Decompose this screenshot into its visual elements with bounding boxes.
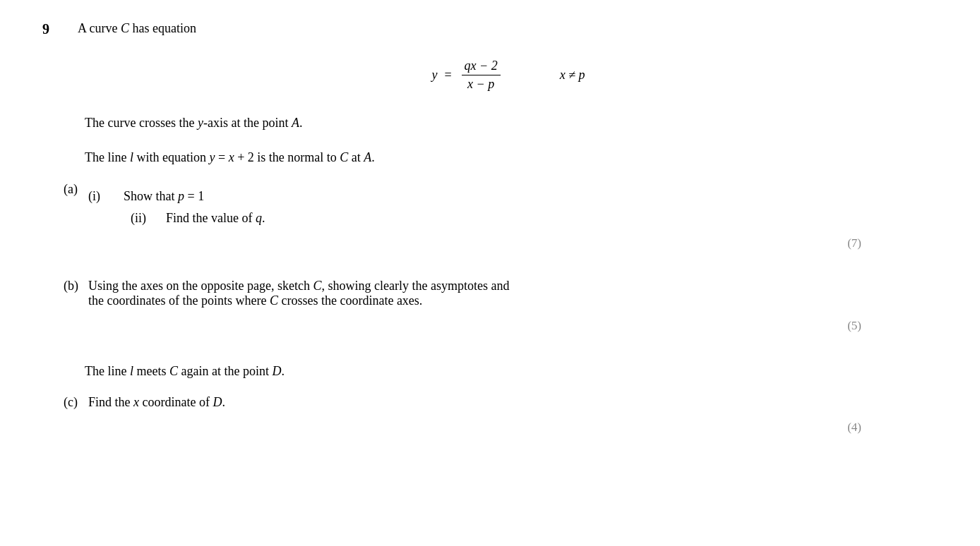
marks-a-row: (7)	[42, 229, 932, 265]
numerator: qx − 2	[462, 59, 501, 75]
marks-c: (4)	[847, 420, 861, 435]
sub-part-ii-row: (ii) Find the value of q.	[131, 211, 932, 226]
line-eq-rhs: x	[229, 150, 234, 164]
part-a-content: (i) Show that p = 1 (ii) Find the value …	[88, 182, 932, 226]
point-a-2: A	[364, 150, 371, 164]
line-var-1: l	[130, 150, 133, 164]
paragraph-1: The curve crosses the y-axis at the poin…	[85, 113, 932, 133]
curve-var-b2: C	[270, 293, 278, 308]
question-header: 9 A curve C has equation	[42, 21, 932, 37]
y-axis-label: y	[198, 116, 203, 130]
line-equation: y	[209, 150, 215, 164]
fraction: qx − 2 x − p	[462, 59, 501, 92]
equals-sign: =	[444, 68, 451, 83]
marks-b: (5)	[847, 319, 861, 333]
paragraph-3: The line l meets C again at the point D.	[85, 361, 932, 382]
sub-ii-text: Find the value of q.	[166, 211, 265, 226]
sub-i-text: Show that p = 1	[124, 189, 204, 204]
line-var-2: l	[130, 364, 133, 378]
part-b-row: (b) Using the axes on the opposite page,…	[64, 279, 932, 308]
paragraph-2: The line l with equation y = x + 2 is th…	[85, 147, 932, 168]
curve-var-intro: C	[121, 21, 129, 35]
part-c-label: (c)	[64, 395, 88, 410]
question-number: 9	[42, 21, 64, 37]
sub-part-i-row: (i) Show that p = 1	[88, 189, 932, 204]
curve-var-2: C	[340, 150, 348, 164]
part-b-text2: the coordinates of the points where C cr…	[88, 293, 422, 308]
point-d: D	[272, 364, 281, 378]
point-d-c: D	[213, 395, 222, 409]
curve-var-3: C	[169, 364, 178, 378]
y-var: y	[431, 68, 437, 83]
marks-c-row: (4)	[42, 413, 932, 449]
curve-var-b: C	[313, 279, 321, 293]
constraint: x ≠ p	[560, 68, 585, 83]
part-b-text: Using the axes on the opposite page, ske…	[88, 279, 509, 293]
part-c: (c) Find the x coordinate of D.	[64, 395, 932, 410]
page-container: 9 A curve C has equation y = qx − 2 x − …	[28, 14, 946, 466]
equation-block: y = qx − 2 x − p x ≠ p	[85, 59, 932, 92]
part-a-label: (a)	[64, 182, 88, 197]
sub-part-i: (i) Show that p = 1	[88, 189, 932, 204]
point-a-1: A	[292, 116, 299, 130]
part-b-content: Using the axes on the opposite page, ske…	[88, 279, 932, 308]
part-c-row: (c) Find the x coordinate of D.	[64, 395, 932, 410]
sub-part-ii: (ii) Find the value of q.	[131, 211, 932, 226]
marks-a: (7)	[847, 236, 861, 250]
x-var-c: x	[133, 395, 139, 409]
part-c-content: Find the x coordinate of D.	[88, 395, 932, 410]
question-intro: A curve C has equation	[78, 21, 196, 36]
part-a: (a) (i) Show that p = 1 (ii) Find the va…	[64, 182, 932, 226]
equation-lhs: y = qx − 2 x − p	[431, 59, 503, 92]
p-var-i: p	[178, 189, 184, 203]
roman-ii: (ii)	[131, 211, 166, 226]
roman-i: (i)	[88, 189, 124, 204]
part-b: (b) Using the axes on the opposite page,…	[64, 279, 932, 308]
constraint-text: x ≠ p	[560, 68, 585, 82]
q-var: q	[256, 211, 262, 225]
marks-b-row: (5)	[42, 312, 932, 347]
part-c-text: Find the x coordinate of D.	[88, 395, 225, 409]
part-b-label: (b)	[64, 279, 88, 293]
part-a-row: (a) (i) Show that p = 1 (ii) Find the va…	[64, 182, 932, 226]
denominator: x − p	[465, 75, 497, 92]
